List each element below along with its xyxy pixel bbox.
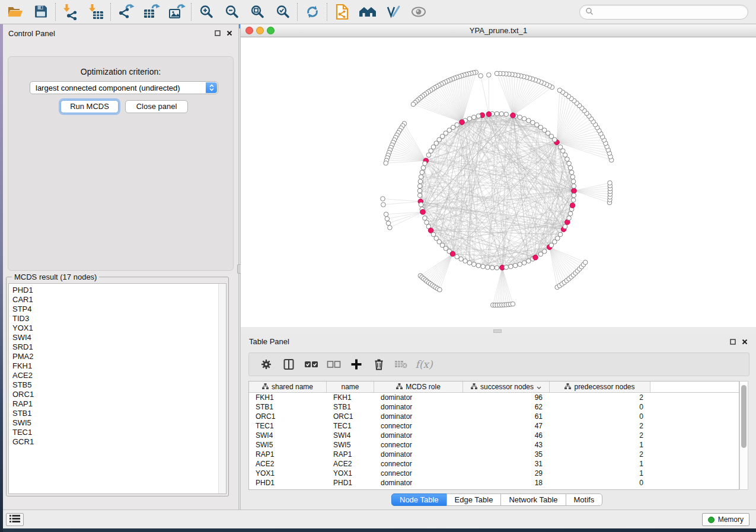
column-header[interactable]: successor nodes [463,382,550,392]
table-row[interactable]: SWI4SWI4dominator462 [249,431,739,440]
tab-node-table[interactable]: Node Table [391,493,447,506]
table-cell: dominator [374,431,463,440]
network-window: YPA_prune.txt_1 [241,24,756,327]
export-table-icon[interactable] [138,1,164,23]
columns-icon[interactable] [277,355,300,374]
graphics-details-icon[interactable] [380,1,406,23]
table-row[interactable]: ACE2ACE2connector311 [249,459,739,469]
optimization-criterion-select[interactable]: largest connected component (undirected) [30,81,218,94]
table-cell: PHD1 [327,478,374,488]
network-canvas[interactable] [241,37,756,327]
memory-button[interactable]: Memory [702,513,749,526]
horizontal-splitter[interactable] [241,327,756,335]
mcds-result-item[interactable]: TEC1 [9,428,226,437]
open-file-icon[interactable] [2,1,28,23]
horizontal-splitter-handle[interactable] [493,329,502,333]
main-toolbar [0,0,756,24]
table-row[interactable]: RAP1RAP1dominator352 [249,450,739,459]
zoom-fit-icon[interactable] [244,1,270,23]
mcds-result-item[interactable]: SWI4 [9,333,226,342]
float-panel-icon[interactable] [214,30,221,36]
table-row[interactable]: PHD1PHD1dominator180 [249,478,739,488]
column-header-label: shared name [272,383,313,391]
mcds-result-item[interactable]: ACE2 [9,371,226,380]
close-panel-icon[interactable] [226,30,232,36]
column-header[interactable]: MCDS role [374,382,463,392]
close-panel-button[interactable]: Close panel [125,100,188,113]
delete-icon[interactable] [368,355,390,374]
table-cell: dominator [374,393,463,402]
table-scrollbar-thumb[interactable] [741,385,747,448]
add-icon[interactable] [345,355,368,374]
tab-network-table[interactable]: Network Table [500,493,566,506]
mcds-result-item[interactable]: YOX1 [9,323,226,333]
table-cell: STB1 [249,402,327,412]
close-panel-icon[interactable] [741,338,748,345]
export-network-icon[interactable] [113,1,138,23]
table-cell: dominator [374,412,463,421]
search-input[interactable] [594,8,748,17]
mcds-result-item[interactable]: SRD1 [9,342,226,352]
import-table-icon[interactable] [83,1,109,23]
column-header-label: successor nodes [480,383,534,391]
sort-descending-icon [537,383,541,391]
splitter-accent [239,24,240,28]
mcds-result-title: MCDS result (17 nodes) [12,273,99,281]
zoom-selected-icon[interactable] [270,1,295,23]
mcds-result-item[interactable]: FKH1 [9,361,226,371]
optimization-criterion-label: Optimization criterion: [8,67,233,76]
table-row[interactable]: FKH1FKH1dominator962 [249,393,739,402]
mcds-result-item[interactable]: GCR1 [9,437,226,447]
table-cell: 29 [463,469,550,478]
table-cell: RAP1 [249,450,327,459]
save-session-icon[interactable] [28,1,53,23]
refresh-icon[interactable] [299,1,325,23]
network-titlebar: YPA_prune.txt_1 [241,24,756,37]
hierarchy-icon [471,383,477,391]
tab-motifs[interactable]: Motifs [566,493,603,506]
mcds-result-item[interactable]: STP4 [9,305,226,314]
mcds-result-item[interactable]: CAR1 [9,295,226,305]
table-cell: SWI5 [327,440,374,450]
run-mcds-button[interactable]: Run MCDS [60,100,119,113]
table-cell: 96 [463,393,550,402]
zoom-out-icon[interactable] [219,1,244,23]
table-tabs: Node TableEdge TableNetwork TableMotifs [391,493,602,506]
home-icon[interactable] [355,1,380,23]
mcds-result-item[interactable]: STB1 [9,409,226,418]
mcds-result-item[interactable]: ORC1 [9,390,226,399]
table-cell: ORC1 [249,412,327,421]
mcds-result-item[interactable]: RAP1 [9,399,226,409]
toolbar-separator [55,3,56,21]
mcds-list-scrollbar[interactable] [218,284,226,493]
column-header[interactable]: predecessor nodes [550,382,650,392]
mcds-result-item[interactable]: TID3 [9,314,226,323]
network-file-icon[interactable] [329,1,355,23]
table-cell: PHD1 [249,478,327,488]
table-row[interactable]: SWI5SWI5connector431 [249,440,739,450]
table-scrollbar[interactable] [739,381,748,490]
table-cell: 1 [550,440,650,450]
column-header[interactable]: name [327,382,374,392]
table-row[interactable]: ORC1ORC1dominator610 [249,412,739,421]
mcds-result-item[interactable]: STB5 [9,380,226,390]
mcds-result-item[interactable]: PHD1 [9,286,226,295]
export-image-icon[interactable] [164,1,189,23]
tab-edge-table[interactable]: Edge Table [446,493,502,506]
table-row[interactable]: TEC1TEC1connector472 [249,421,739,431]
mcds-result-item[interactable]: SWI5 [9,418,226,428]
gear-icon[interactable] [255,355,277,374]
select-all-icon[interactable] [300,355,323,374]
column-header[interactable]: shared name [249,382,327,392]
task-history-button[interactable] [6,513,24,526]
float-panel-icon[interactable] [729,338,736,345]
table-row[interactable]: YOX1YOX1connector291 [249,469,739,478]
table-cell: TEC1 [327,421,374,431]
table-row[interactable]: STB1STB1dominator620 [249,402,739,412]
table-cell: 31 [463,459,550,469]
unselect-all-icon[interactable] [323,355,345,374]
zoom-in-icon[interactable] [193,1,219,23]
mcds-result-item[interactable]: PMA2 [9,352,226,361]
import-network-icon[interactable] [58,1,83,23]
birds-eye-icon[interactable] [406,1,431,23]
